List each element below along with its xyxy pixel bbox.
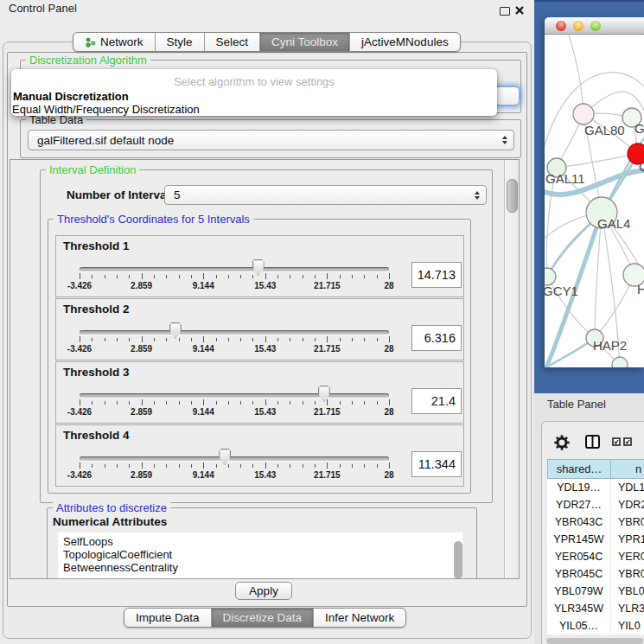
column-header-name[interactable]: n — [611, 459, 644, 479]
slider-track[interactable] — [80, 267, 389, 271]
checkbox-icon[interactable] — [612, 437, 621, 446]
cell-shared-name[interactable]: YBR043C — [547, 513, 611, 531]
cell-shared-name[interactable]: YBR045C — [547, 565, 611, 583]
table-row[interactable]: YBL079WYBL0 — [547, 583, 644, 600]
tab-infer-network[interactable]: Infer Network — [313, 609, 405, 627]
cell-name[interactable]: YLR3 — [611, 600, 644, 617]
table-data-select[interactable]: galFiltered.sif default node — [28, 130, 514, 150]
tick-mark — [216, 401, 217, 405]
cell-name[interactable]: YBR0 — [611, 565, 644, 583]
threshold-label: Threshold 3 — [63, 366, 130, 379]
cell-shared-name[interactable]: YBL079W — [547, 583, 611, 600]
threshold-value-field[interactable]: 11.344 — [411, 451, 462, 477]
cell-name[interactable]: YIL0 — [611, 617, 644, 634]
window-titlebar[interactable] — [545, 17, 644, 35]
stepper-icon — [475, 191, 480, 200]
threshold-value-field[interactable]: 6.316 — [411, 325, 462, 351]
cell-name[interactable]: YDL1 — [611, 479, 644, 496]
threshold-slider[interactable]: -3.4262.8599.14415.4321.71528 — [80, 385, 389, 419]
axis-label: 9.144 — [193, 344, 214, 354]
tick-mark — [80, 462, 80, 469]
axis-label: -3.426 — [67, 407, 92, 417]
tab-impute-data[interactable]: Impute Data — [124, 609, 211, 627]
num-intervals-select[interactable]: 5 — [164, 185, 487, 205]
threshold-slider[interactable]: -3.4262.8599.14415.4321.71528 — [80, 448, 389, 482]
attribute-item[interactable]: TopologicalCoefficient — [58, 548, 462, 561]
attribute-item[interactable]: BetweennessCentrality — [58, 561, 462, 574]
threshold-value-field[interactable]: 21.4 — [411, 388, 462, 414]
list-scrollbar-thumb[interactable] — [454, 541, 462, 579]
horizontal-scrollbar-thumb[interactable] — [546, 638, 643, 644]
cell-name[interactable]: YPR1 — [611, 531, 644, 548]
table-data-group: Table Data galFiltered.sif default node — [20, 119, 521, 158]
vertical-scrollbar[interactable] — [504, 160, 519, 578]
cell-name[interactable]: YER0 — [611, 548, 644, 565]
cell-shared-name[interactable]: YER054C — [547, 548, 611, 565]
attribute-item[interactable]: SelfLoops — [58, 532, 462, 548]
node-partial-bottom[interactable] — [612, 357, 628, 367]
network-canvas[interactable]: GAL80 GA C GAL11 GAL4 GCY1 H HAP2 — [545, 35, 644, 367]
threshold-value-field[interactable]: 14.713 — [411, 262, 462, 288]
tab-jactivemnodules[interactable]: jActiveMNodules — [349, 33, 460, 51]
cell-shared-name[interactable]: YDL19… — [547, 479, 611, 496]
table-row[interactable]: YDL19…YDL1 — [547, 479, 644, 496]
tick-mark — [117, 464, 118, 468]
cell-name[interactable]: YBL0 — [611, 583, 644, 600]
table-row[interactable]: YDR27…YDR2 — [547, 496, 644, 513]
dropdown-option-manual[interactable]: Manual Discretization — [13, 90, 129, 103]
column-header-shared-name[interactable]: shared… — [547, 459, 611, 479]
tick-mark — [290, 464, 290, 468]
minimize-traffic-light[interactable] — [573, 21, 583, 31]
cell-shared-name[interactable]: YDR27… — [547, 496, 611, 513]
threshold-slider[interactable]: -3.4262.8599.14415.4321.71528 — [80, 258, 389, 293]
node-gal80[interactable] — [573, 104, 594, 124]
table-row[interactable]: YBR043CYBR0 — [547, 513, 644, 531]
float-window-icon[interactable] — [500, 7, 510, 16]
tab-select[interactable]: Select — [204, 33, 260, 51]
close-icon[interactable] — [514, 5, 526, 16]
axis-label: 28 — [384, 407, 393, 417]
tab-cyni-toolbox[interactable]: Cyni Toolbox — [259, 33, 349, 51]
dropdown-option-equal-width[interactable]: Equal Width/Frequency Discretization — [12, 103, 200, 116]
tab-network[interactable]: Network — [73, 33, 155, 51]
settings-scrollpane: Interval Definition Number of Intervals … — [10, 159, 520, 579]
slider-track[interactable] — [80, 330, 389, 335]
tick-mark — [142, 399, 143, 405]
tick-mark — [92, 401, 92, 405]
axis-label: 21.715 — [314, 470, 341, 480]
axis-label: 9.144 — [193, 281, 214, 290]
num-intervals-label: Number of Intervals — [67, 188, 176, 201]
cell-name[interactable]: YBR0 — [611, 513, 644, 531]
tab-label: Style — [167, 35, 193, 48]
cell-name[interactable]: YDR2 — [611, 496, 644, 513]
node-gcy1[interactable] — [545, 268, 556, 285]
tab-discretize-data[interactable]: Discretize Data — [211, 609, 314, 627]
cell-shared-name[interactable]: YIL05… — [547, 617, 611, 634]
zoom-traffic-light[interactable] — [590, 21, 601, 31]
axis-label: 15.43 — [254, 344, 276, 354]
threshold-slider[interactable]: -3.4262.8599.14415.4321.71528 — [80, 322, 389, 356]
checkbox-icon[interactable] — [623, 437, 632, 446]
tick-mark — [142, 273, 143, 279]
tab-style[interactable]: Style — [155, 33, 204, 51]
slider-track[interactable] — [80, 393, 389, 398]
slider-ticks — [80, 462, 389, 469]
table-row[interactable]: YPR145WYPR1 — [547, 531, 644, 548]
tick-mark — [327, 462, 328, 469]
table-row[interactable]: YBR045CYBR0 — [547, 565, 644, 583]
gear-icon[interactable] — [554, 435, 570, 450]
split-columns-icon[interactable] — [585, 435, 600, 449]
table-row[interactable]: YIL05…YIL0 — [547, 617, 644, 634]
cell-shared-name[interactable]: YPR145W — [547, 531, 611, 548]
algorithm-dropdown-popup: Select algorithm to view settings Manual… — [11, 69, 497, 116]
cell-shared-name[interactable]: YLR345W — [547, 600, 611, 617]
slider-track[interactable] — [80, 456, 389, 461]
tick-mark — [129, 275, 130, 278]
table-row[interactable]: YLR345WYLR3 — [547, 600, 644, 617]
numerical-attributes-list[interactable]: SelfLoopsTopologicalCoefficientBetweenne… — [58, 532, 462, 579]
apply-button[interactable]: Apply — [235, 582, 292, 600]
axis-label: 9.144 — [193, 470, 214, 480]
close-traffic-light[interactable] — [556, 21, 566, 31]
table-row[interactable]: YER054CYER0 — [547, 548, 644, 565]
vertical-scrollbar-thumb[interactable] — [507, 179, 518, 213]
